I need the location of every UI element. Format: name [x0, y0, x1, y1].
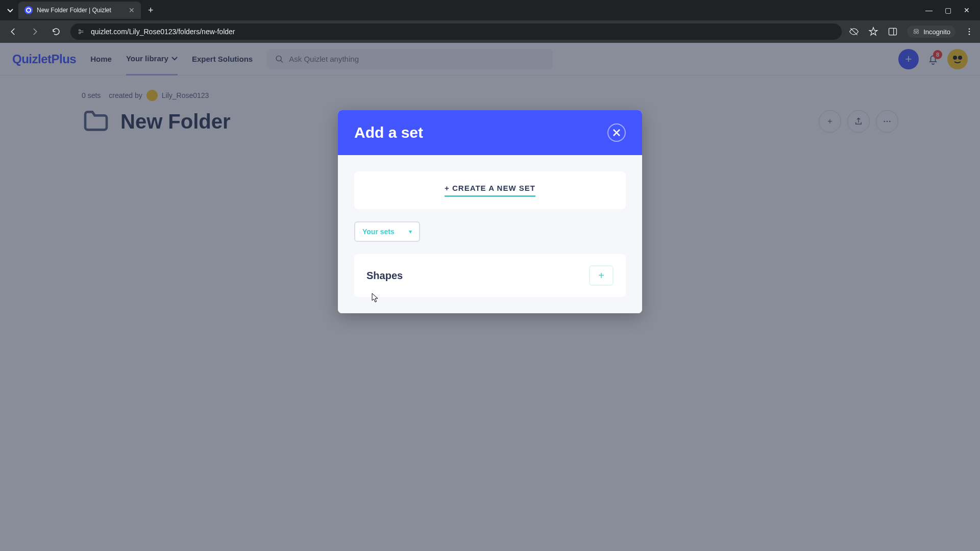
- incognito-label: Incognito: [923, 28, 950, 36]
- create-new-set-link[interactable]: + CREATE A NEW SET: [445, 184, 535, 197]
- arrow-right-icon: [30, 27, 39, 36]
- modal-header: Add a set: [338, 110, 642, 155]
- eye-off-icon[interactable]: [849, 27, 859, 37]
- toolbar-right: Incognito: [849, 26, 974, 38]
- minimize-button[interactable]: —: [925, 6, 933, 14]
- page-content: QuizletPlus Home Your library Expert Sol…: [0, 43, 980, 551]
- tab-close-button[interactable]: ✕: [129, 6, 135, 14]
- close-icon: [612, 129, 621, 137]
- incognito-icon: [912, 28, 920, 36]
- tab-title: New Folder Folder | Quizlet: [37, 7, 125, 14]
- sets-filter-dropdown[interactable]: Your sets ▾: [354, 221, 420, 242]
- quizlet-favicon: [24, 6, 33, 14]
- svg-point-4: [969, 28, 970, 30]
- add-set-modal: Add a set + CREATE A NEW SET Your sets ▾…: [338, 110, 642, 313]
- set-row: Shapes +: [354, 254, 626, 297]
- reload-icon: [52, 27, 61, 36]
- svg-point-5: [969, 31, 970, 33]
- window-controls: — ▢ ✕: [925, 6, 976, 14]
- create-new-set-card: + CREATE A NEW SET: [354, 171, 626, 209]
- maximize-button[interactable]: ▢: [945, 6, 951, 14]
- add-set-to-folder-button[interactable]: +: [589, 265, 614, 286]
- side-panel-icon[interactable]: [888, 27, 898, 37]
- arrow-left-icon: [9, 27, 18, 36]
- tab-bar: New Folder Folder | Quizlet ✕ + — ▢ ✕: [0, 0, 980, 20]
- bookmark-star-icon[interactable]: [868, 27, 878, 37]
- reload-button[interactable]: [49, 24, 63, 39]
- modal-close-button[interactable]: [607, 123, 626, 142]
- address-bar: quizlet.com/Lily_Rose0123/folders/new-fo…: [0, 20, 980, 43]
- browser-menu-icon[interactable]: [965, 27, 974, 36]
- chevron-down-icon: [7, 7, 13, 13]
- close-window-button[interactable]: ✕: [964, 6, 970, 14]
- browser-chrome: New Folder Folder | Quizlet ✕ + — ▢ ✕ qu…: [0, 0, 980, 43]
- url-text: quizlet.com/Lily_Rose0123/folders/new-fo…: [91, 28, 835, 36]
- address-input[interactable]: quizlet.com/Lily_Rose0123/folders/new-fo…: [70, 23, 842, 40]
- browser-tab[interactable]: New Folder Folder | Quizlet ✕: [18, 2, 141, 19]
- modal-body: + CREATE A NEW SET Your sets ▾ Shapes +: [338, 155, 642, 313]
- svg-point-6: [969, 34, 970, 35]
- tabs-dropdown-button[interactable]: [4, 4, 16, 16]
- set-name: Shapes: [366, 270, 403, 282]
- site-settings-icon[interactable]: [78, 28, 86, 36]
- svg-rect-0: [889, 28, 897, 35]
- chevron-down-icon: ▾: [409, 228, 412, 235]
- forward-button[interactable]: [28, 24, 42, 39]
- svg-point-2: [914, 32, 916, 34]
- modal-title: Add a set: [354, 124, 423, 141]
- back-button[interactable]: [6, 24, 20, 39]
- svg-point-3: [917, 32, 919, 34]
- dropdown-label: Your sets: [362, 228, 395, 236]
- new-tab-button[interactable]: +: [143, 5, 159, 16]
- incognito-chip[interactable]: Incognito: [907, 26, 955, 38]
